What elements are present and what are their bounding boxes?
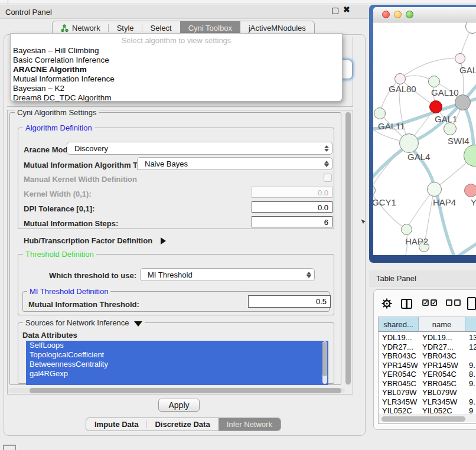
node-hap2[interactable]	[401, 224, 412, 235]
table-cell[interactable]	[469, 351, 476, 361]
document-icon[interactable]	[467, 297, 476, 310]
attributes-scrollbar-thumb[interactable]	[322, 342, 327, 376]
table-cell[interactable]: YDR27...	[422, 343, 464, 352]
table-cell[interactable]: 8.	[469, 370, 476, 379]
dropdown-item-mutual-information[interactable]: Mutual Information Inference	[12, 74, 340, 84]
bottom-panel-float-icon[interactable]	[3, 445, 16, 450]
table-cell[interactable]: YER054C	[382, 370, 418, 379]
sources-group-title[interactable]: Sources for Network Inference	[23, 318, 145, 327]
table-cell[interactable]: YER054C	[422, 370, 464, 379]
apply-button[interactable]: Apply	[158, 399, 200, 412]
dropdown-item-basic-correlation[interactable]: Basic Correlation Inference	[12, 56, 340, 65]
mi-steps-label: Mutual Information Steps:	[24, 219, 118, 228]
attribute-item-topologicalcoefficient[interactable]: TopologicalCoefficient	[26, 350, 328, 360]
node-gal4[interactable]	[399, 133, 419, 153]
gear-icon[interactable]	[382, 298, 392, 309]
table-cell[interactable]: 13	[469, 333, 476, 343]
table-cell[interactable]: 9.	[469, 397, 476, 407]
unchecked-checkbox-icon[interactable]	[446, 299, 452, 306]
dropdown-item-dream8[interactable]: Dream8 DC_TDC Algorithm	[12, 93, 340, 103]
kernel-width-field[interactable]: 0.0	[252, 187, 332, 198]
table-cell[interactable]: YBR045C	[422, 379, 464, 389]
aracne-mode-combobox[interactable]: Discovery	[67, 142, 332, 155]
mi-threshold-field[interactable]: 0.5	[248, 295, 331, 308]
table-cell[interactable]: 9.	[469, 379, 476, 389]
table-cell[interactable]: YBR043C	[422, 351, 464, 361]
table-cell[interactable]: YDR27...	[382, 343, 418, 352]
node-swi4[interactable]	[444, 122, 457, 135]
zoom-traffic-light[interactable]	[406, 11, 413, 18]
mi-steps-field[interactable]: 6	[252, 216, 332, 227]
algorithm-definition-title: Algorithm Definition	[23, 123, 94, 132]
close-traffic-light[interactable]	[382, 11, 390, 18]
attributes-scrollbar[interactable]	[322, 341, 327, 384]
table-cell[interactable]: YBR043C	[382, 351, 418, 361]
aracne-mode-value: Discovery	[67, 144, 321, 153]
table-cell[interactable]: YPR145W	[422, 361, 464, 370]
tab-discretize-data[interactable]: Discretize Data	[146, 418, 218, 431]
dpi-tolerance-field[interactable]: 0.0	[252, 201, 332, 213]
table-cell[interactable]: YLR345W	[422, 397, 464, 407]
table-panel-titlebar: Table Panel	[369, 270, 476, 286]
bottom-tabbar: Impute Data Discretize Data Infer Networ…	[86, 418, 281, 431]
network-icon	[61, 24, 69, 32]
table-cell[interactable]: YBL079W	[422, 388, 464, 397]
table-cell[interactable]: 12	[469, 343, 476, 352]
close-icon[interactable]: ✖	[343, 5, 350, 14]
node-gal80[interactable]	[395, 73, 406, 84]
network-canvas[interactable]: GAL GAL80 GAL10 GAL1 GAL11 SWI4 GAL4 GCY…	[373, 22, 476, 255]
table-cell[interactable]: YBR045C	[382, 379, 418, 389]
node-gal10[interactable]	[428, 76, 440, 87]
tab-impute-data[interactable]: Impute Data	[86, 418, 146, 431]
dropdown-item-aracne[interactable]: ARACNE Algorithm	[12, 65, 340, 74]
tab-discretize-data-label: Discretize Data	[155, 420, 210, 429]
table-horizontal-scrollbar-thumb[interactable]	[382, 416, 465, 422]
table-cell[interactable]: YDL19...	[422, 333, 464, 343]
float-window-icon[interactable]	[332, 8, 338, 14]
node-gal11[interactable]	[374, 107, 386, 119]
mi-type-combobox[interactable]: Naive Bayes	[137, 157, 332, 170]
column-header-name[interactable]: name	[419, 317, 465, 332]
checked-checkbox-icon[interactable]: ✓	[422, 299, 429, 306]
table-cell[interactable]: YBL079W	[382, 388, 418, 397]
split-columns-icon[interactable]	[401, 299, 412, 309]
table-cell[interactable]: YPR145W	[382, 361, 418, 370]
node-gal1-red[interactable]	[429, 100, 442, 113]
table-cell[interactable]: YLR345W	[382, 397, 418, 407]
unchecked-checkbox-icon[interactable]	[454, 299, 461, 306]
mi-threshold-label: Mutual Information Threshold:	[28, 300, 139, 309]
which-threshold-value: MI Threshold	[141, 270, 304, 279]
checked-checkbox-icon[interactable]: ✓	[431, 299, 437, 306]
table-cell[interactable]: YDL19...	[382, 333, 418, 343]
horizontal-scrollbar-thumb[interactable]	[30, 388, 341, 393]
minimize-traffic-light[interactable]	[394, 11, 402, 18]
spinner-arrows-icon	[304, 272, 314, 278]
dropdown-placeholder: Select algorithm to view settings	[11, 36, 342, 45]
vertical-scrollbar[interactable]	[345, 112, 351, 386]
attribute-item-selfloops[interactable]: SelfLoops	[26, 341, 328, 350]
column-header-partial[interactable]	[465, 317, 476, 332]
tab-style-label: Style	[117, 24, 134, 32]
manual-kernel-checkbox[interactable]	[324, 174, 332, 182]
hub-definition-expander[interactable]: Hub/Transcription Factor Definition	[24, 236, 166, 245]
dropdown-item-bayesian-hill[interactable]: Bayesian – Hill Climbing	[12, 46, 340, 56]
attribute-item-betweennesscentrality[interactable]: BetweennessCentrality	[26, 360, 328, 369]
column-header-shared-name[interactable]: shared...	[379, 317, 419, 332]
network-window-titlebar[interactable]	[373, 7, 476, 22]
table-cell[interactable]: 9.	[469, 361, 476, 370]
vertical-scrollbar-thumb[interactable]	[345, 112, 351, 384]
node-hap4[interactable]	[427, 182, 442, 197]
node-table[interactable]: shared... name YDL19... YDL19... 13 YDR2…	[378, 317, 476, 424]
data-attributes-list[interactable]: SelfLoops TopologicalCoefficient Between…	[26, 341, 328, 385]
data-attributes-label: Data Attributes	[22, 331, 77, 340]
table-horizontal-scrollbar[interactable]	[379, 415, 476, 422]
dropdown-item-bayesian-k2[interactable]: Bayesian – K2	[12, 84, 340, 93]
which-threshold-combobox[interactable]: MI Threshold	[140, 268, 315, 281]
attribute-item-gal4rgexp[interactable]: gal4RGexp	[26, 369, 328, 379]
tab-jactivemnodules-label: jActiveMNodules	[249, 24, 306, 32]
tab-infer-network[interactable]: Infer Network	[219, 418, 281, 431]
node-salmon[interactable]	[464, 184, 476, 197]
horizontal-scrollbar[interactable]	[8, 388, 345, 393]
table-cell[interactable]	[469, 388, 476, 397]
node-gal-pink[interactable]	[455, 53, 465, 64]
